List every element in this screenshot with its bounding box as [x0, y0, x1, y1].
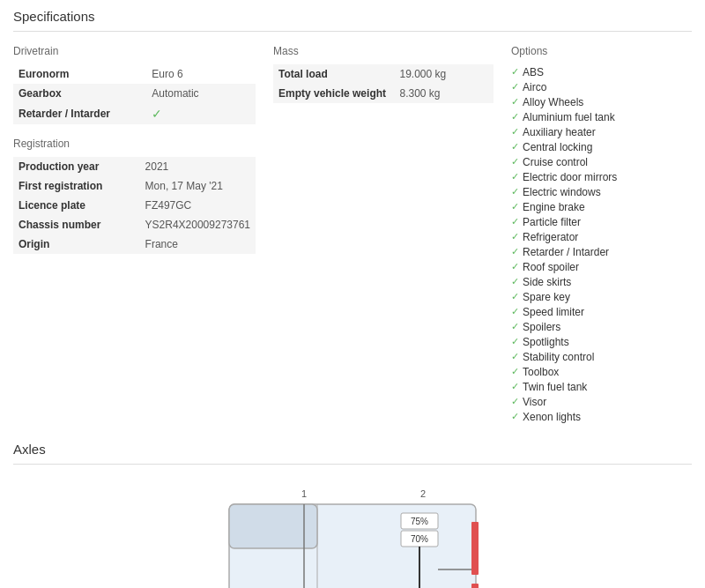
option-label: Cruise control: [523, 156, 588, 168]
option-label: Twin fuel tank: [523, 381, 587, 393]
top-content-grid: Drivetrain EuronormEuro 6GearboxAutomati…: [13, 45, 692, 424]
option-label: Stability control: [523, 351, 594, 363]
option-item: ✓Side skirts: [511, 274, 692, 289]
option-label: Particle filter: [523, 216, 581, 228]
drivetrain-row: EuronormEuro 6: [13, 64, 256, 84]
option-item: ✓Twin fuel tank: [511, 379, 692, 394]
option-label: Auxiliary heater: [523, 126, 596, 138]
option-item: ✓Toolbox: [511, 364, 692, 379]
registration-row: OriginFrance: [13, 234, 256, 254]
check-icon: ✓: [511, 336, 519, 347]
option-item: ✓Alloy Wheels: [511, 94, 692, 109]
registration-row-label: Chassis number: [13, 215, 140, 234]
option-label: Roof spoiler: [523, 261, 579, 273]
drivetrain-row: Retarder / Intarder✓: [13, 103, 256, 124]
options-section-title: Options: [511, 45, 692, 57]
option-item: ✓Retarder / Intarder: [511, 244, 692, 259]
check-icon: ✓: [511, 276, 519, 287]
option-label: Refrigerator: [523, 231, 578, 243]
option-label: Aluminium fuel tank: [523, 111, 615, 123]
option-label: Side skirts: [523, 276, 571, 288]
option-item: ✓ABS: [511, 64, 692, 79]
check-icon: ✓: [511, 396, 519, 407]
option-item: ✓Stability control: [511, 349, 692, 364]
option-item: ✓Engine brake: [511, 199, 692, 214]
registration-row: Licence plateFZ497GC: [13, 196, 256, 215]
option-item: ✓Refrigerator: [511, 229, 692, 244]
axles-diagram: 1 2 70% 70% 75% 70: [13, 478, 692, 588]
svg-rect-11: [471, 584, 479, 588]
registration-section: Registration Production year2021First re…: [13, 138, 256, 254]
registration-section-title: Registration: [13, 138, 256, 150]
check-icon: ✓: [511, 246, 519, 257]
registration-row-label: Production year: [13, 157, 140, 176]
option-item: ✓Electric door mirrors: [511, 169, 692, 184]
svg-text:2: 2: [420, 488, 426, 499]
svg-text:70%: 70%: [411, 534, 428, 544]
page-title: Specifications: [13, 9, 692, 32]
check-icon: ✓: [511, 366, 519, 377]
option-item: ✓Speed limiter: [511, 304, 692, 319]
option-label: Alloy Wheels: [523, 96, 583, 108]
option-item: ✓Spoilers: [511, 319, 692, 334]
drivetrain-section-title: Drivetrain: [13, 45, 256, 57]
svg-rect-10: [471, 522, 479, 575]
drivetrain-table: EuronormEuro 6GearboxAutomaticRetarder /…: [13, 64, 256, 124]
registration-row-value: 2021: [140, 157, 256, 176]
registration-row: Chassis numberYS2R4X20009273761: [13, 215, 256, 234]
option-label: Speed limiter: [523, 306, 584, 318]
mass-section-title: Mass: [273, 45, 494, 57]
svg-text:75%: 75%: [411, 517, 428, 526]
option-label: Engine brake: [523, 201, 585, 213]
mass-table: Total load19.000 kgEmpty vehicle weight8…: [273, 64, 494, 103]
registration-row-value: France: [140, 234, 256, 254]
option-label: Visor: [523, 396, 546, 408]
mass-row-label: Empty vehicle weight: [273, 84, 395, 103]
option-item: ✓Cruise control: [511, 154, 692, 169]
option-label: Electric door mirrors: [523, 171, 617, 183]
registration-row-value: YS2R4X20009273761: [140, 215, 256, 234]
option-label: Spoilers: [523, 321, 560, 333]
drivetrain-row-label: Gearbox: [13, 84, 146, 103]
option-item: ✓Visor: [511, 394, 692, 409]
mass-row: Empty vehicle weight8.300 kg: [273, 84, 494, 103]
check-icon: ✓: [511, 66, 519, 78]
check-icon: ✓: [511, 291, 519, 302]
option-item: ✓Airco: [511, 79, 692, 94]
axles-section: Axles 1 2 70% 70%: [13, 442, 692, 588]
axles-svg: 1 2 70% 70% 75% 70: [212, 478, 494, 588]
option-label: Xenon lights: [523, 411, 581, 423]
option-label: Spotlights: [523, 336, 569, 348]
option-item: ✓Roof spoiler: [511, 259, 692, 274]
check-icon: ✓: [511, 201, 519, 212]
check-icon: ✓: [511, 261, 519, 272]
registration-row-label: Origin: [13, 234, 140, 254]
option-label: Airco: [523, 81, 546, 93]
option-label: Toolbox: [523, 366, 559, 378]
option-item: ✓Aluminium fuel tank: [511, 109, 692, 124]
drivetrain-row-label: Retarder / Intarder: [13, 103, 146, 124]
check-icon: ✓: [511, 171, 519, 182]
option-item: ✓Particle filter: [511, 214, 692, 229]
check-icon: ✓: [511, 141, 519, 153]
check-icon: ✓: [511, 96, 519, 108]
registration-row-label: Licence plate: [13, 196, 140, 215]
drivetrain-row-value: Euro 6: [146, 64, 256, 84]
specifications-page: Specifications Drivetrain EuronormEuro 6…: [0, 0, 705, 588]
drivetrain-row-value: ✓: [146, 103, 256, 124]
mass-row-value: 19.000 kg: [395, 64, 494, 84]
check-icon: ✓: [511, 216, 519, 227]
drivetrain-registration-column: Drivetrain EuronormEuro 6GearboxAutomati…: [13, 45, 256, 424]
axles-title: Axles: [13, 442, 692, 465]
check-icon: ✓: [511, 381, 519, 392]
option-label: Electric windows: [523, 186, 601, 198]
registration-row: Production year2021: [13, 157, 256, 176]
registration-table: Production year2021First registrationMon…: [13, 157, 256, 254]
drivetrain-row: GearboxAutomatic: [13, 84, 256, 103]
options-column: Options ✓ABS✓Airco✓Alloy Wheels✓Aluminiu…: [511, 45, 692, 424]
options-list: ✓ABS✓Airco✓Alloy Wheels✓Aluminium fuel t…: [511, 64, 692, 424]
drivetrain-row-value: Automatic: [146, 84, 256, 103]
svg-text:1: 1: [301, 488, 307, 499]
option-label: ABS: [523, 66, 544, 78]
check-icon: ✓: [511, 186, 519, 197]
